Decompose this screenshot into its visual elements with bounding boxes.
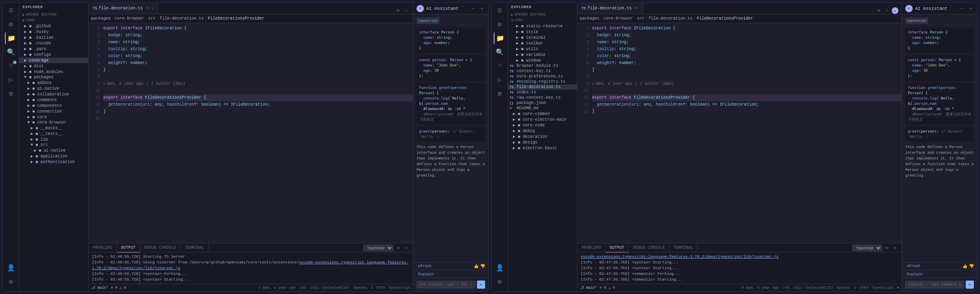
r-output-tab[interactable]: OUTPUT xyxy=(606,243,629,252)
r-more-actions-icon[interactable]: ⋯ xyxy=(884,7,890,14)
ai-settings-icon[interactable]: ⋯ xyxy=(470,5,476,12)
dist-folder[interactable]: ▶ ■ dist xyxy=(19,63,88,69)
more-actions-icon[interactable]: ⋯ xyxy=(403,7,410,14)
explain-button[interactable]: Explain xyxy=(416,272,435,277)
pin-output-icon[interactable]: ✕ xyxy=(403,245,410,251)
application-folder[interactable]: ▶ ■ application xyxy=(19,153,88,159)
r-opened-editors-section[interactable]: ▶ OPENED EDITORS xyxy=(508,12,577,18)
addons-folder[interactable]: ▶ ■ addons xyxy=(19,80,88,86)
r-breadcrumb-provider[interactable]: FileDecorationsProvider xyxy=(697,16,753,21)
r-errors-count[interactable]: ⊘ 0 △ 0 xyxy=(599,285,615,290)
r-ai-close-icon[interactable]: ✕ xyxy=(967,5,974,12)
r-explain-button[interactable]: Explain xyxy=(905,272,924,277)
r-close-tab-icon[interactable]: × xyxy=(633,6,639,11)
packages-folder[interactable]: ▼ ■ packages xyxy=(19,75,88,80)
split-editor-icon[interactable]: ⊟ xyxy=(395,7,401,14)
ai-native-folder[interactable]: ▶ ■ ai-native xyxy=(19,86,88,91)
r-thumbs-down-icon[interactable]: 👎 xyxy=(969,264,974,269)
r-decoration-folder[interactable]: ▶ ■ decoration xyxy=(508,134,577,139)
coverage-folder[interactable]: ▶ coverage xyxy=(19,57,88,63)
close-tab-icon[interactable]: × xyxy=(145,6,150,11)
r-core-preferences-ts[interactable]: TS core-preferences.ts xyxy=(508,74,577,79)
terminal-tab[interactable]: TERMINAL xyxy=(180,243,209,252)
comments-folder[interactable]: ▶ ■ comments xyxy=(19,97,88,103)
breadcrumb-file[interactable]: file-decoration.ts xyxy=(160,16,204,21)
r-problems-tab[interactable]: PROBLEMS xyxy=(577,243,606,252)
r-file-decoration-tab[interactable]: TS file-decoration.ts × xyxy=(577,3,644,14)
git-branch-status[interactable]: ⎇ main* xyxy=(91,285,108,290)
collaboration-folder[interactable]: ▶ ■ collaboration xyxy=(19,91,88,97)
explorer-activity-icon[interactable]: 📁 xyxy=(5,32,17,44)
breadcrumb-core-browser[interactable]: core-browser xyxy=(115,16,144,21)
r-account-icon[interactable]: 👤 xyxy=(494,262,506,274)
r-electron-basic-folder[interactable]: ▶ ■ electron-basic xyxy=(508,145,577,151)
r-afresh-button[interactable]: Afresh xyxy=(905,264,922,269)
extensions-icon[interactable]: ⊞ xyxy=(5,88,17,100)
r-breadcrumb-core-browser[interactable]: core-browser xyxy=(604,16,633,21)
account-icon[interactable]: 👤 xyxy=(5,262,17,274)
r-static-resource[interactable]: ▶ ■ static-resource xyxy=(508,23,577,29)
r-readme-md[interactable]: M README.md xyxy=(508,106,577,111)
r-ai-input[interactable] xyxy=(905,281,964,288)
r-search-icon[interactable]: ⚙ xyxy=(494,18,506,31)
mocks-folder[interactable]: ▶ ■ __mocks__ xyxy=(19,125,88,131)
lib-folder[interactable]: ▶ ■ lib xyxy=(19,137,88,142)
r-raw-context-key-ts[interactable]: TS raw-context-key.ts xyxy=(508,95,577,100)
file-decoration-tab[interactable]: TS file-decoration.ts × ✓ xyxy=(89,3,158,14)
r-file-decoration-ts[interactable]: TS file-decoration.ts xyxy=(508,84,577,90)
r-utils-folder[interactable]: ▶ ■ utils xyxy=(508,46,577,52)
r-breadcrumb-packages[interactable]: packages xyxy=(580,16,599,21)
r-core-common-folder[interactable]: ▶ ■ core-common xyxy=(508,111,577,117)
ai-input[interactable] xyxy=(416,281,475,288)
r-explorer-icon[interactable]: 📁 xyxy=(494,32,506,44)
r-clear-output-icon[interactable]: ⊡ xyxy=(884,245,890,251)
r-browser-module-ts[interactable]: TS browser-module.ts xyxy=(508,63,577,69)
ai-close-icon[interactable]: ✕ xyxy=(479,5,485,12)
r-copilot-status-icon[interactable]: ✦ xyxy=(897,285,899,290)
breadcrumb-packages[interactable]: packages xyxy=(91,16,111,21)
r-context-key-ts[interactable]: TS context-key.ts xyxy=(508,69,577,74)
core-section[interactable]: ▼ CORE xyxy=(19,18,88,23)
r-tsserver-link[interactable]: vscode-extensions.typescript-language-fe… xyxy=(581,254,779,259)
r-breadcrumb-src[interactable]: src xyxy=(637,16,644,21)
tsserver-link[interactable]: vscode-extensions.typescript-language-fe… xyxy=(92,260,408,270)
r-find-icon[interactable]: 🔍 xyxy=(494,46,506,58)
breadcrumb-src[interactable]: src xyxy=(148,16,156,21)
ts-dropdown[interactable]: TypeScript xyxy=(363,245,393,251)
r-ai-send-button[interactable]: ➤ xyxy=(966,281,974,289)
r-package-json[interactable]: {} package.json xyxy=(508,100,577,106)
r-split-editor-icon[interactable]: ⊟ xyxy=(875,7,882,14)
search-activity-icon[interactable]: ⚙ xyxy=(5,18,17,31)
r-terminal-tab[interactable]: TERMINAL xyxy=(669,243,697,252)
r-ext-icon[interactable]: ⊞ xyxy=(494,88,506,100)
authentication-folder[interactable]: ▶ ■ authentication xyxy=(19,159,88,165)
errors-count[interactable]: ⊘ 0 △ 0 xyxy=(111,285,126,290)
settings-icon[interactable]: ⚙ xyxy=(5,276,17,288)
r-encoding-registry-ts[interactable]: TS encoding-registry.ts xyxy=(508,79,577,84)
r-toolbar-folder[interactable]: ▶ ■ toolbar xyxy=(508,40,577,46)
lang-status[interactable]: TypeScript xyxy=(388,286,410,290)
components-folder[interactable]: ▶ ■ components xyxy=(19,103,88,108)
r-git-branch-status[interactable]: ⎇ main* xyxy=(580,285,597,290)
r-core-electron-main-folder[interactable]: ▶ ■ core-electron-main xyxy=(508,117,577,122)
ai-native-subfolder[interactable]: ▶ ■ ai-native xyxy=(19,148,88,153)
r-ai-settings-icon[interactable]: ⋯ xyxy=(958,5,965,12)
ai-send-button[interactable]: ➤ xyxy=(477,281,485,289)
tests-folder[interactable]: ▶ ■ __tests__ xyxy=(19,131,88,137)
r-window-folder[interactable]: ▶ ■ window xyxy=(508,57,577,63)
husky-folder[interactable]: ▶ ■ .husky xyxy=(19,29,88,35)
thumbs-up-icon[interactable]: 👍 xyxy=(474,264,479,269)
afresh-button[interactable]: Afresh xyxy=(416,264,433,269)
breadcrumb-provider[interactable]: FileDecorationsProvider xyxy=(208,16,264,21)
r-style-folder[interactable]: ▶ ■ style xyxy=(508,29,577,35)
r-thumbs-up-icon[interactable]: 👍 xyxy=(962,264,967,269)
r-core-node-folder[interactable]: ▶ ■ core-node xyxy=(508,122,577,128)
debug-console-tab[interactable]: DEBUG CONSOLE xyxy=(140,243,180,252)
output-tab[interactable]: OUTPUT xyxy=(117,243,140,252)
opened-editors-section[interactable]: ▶ OPENED EDITORS xyxy=(19,12,88,18)
r-copilot-tab-icon[interactable]: ✦ xyxy=(892,7,898,14)
r-run-icon[interactable]: ▷ xyxy=(494,74,506,86)
r-debug-folder[interactable]: ▶ ■ debug xyxy=(508,128,577,134)
thumbs-down-icon[interactable]: 👎 xyxy=(480,264,485,269)
r-terminal-folder[interactable]: ▶ ■ terminal xyxy=(508,35,577,40)
